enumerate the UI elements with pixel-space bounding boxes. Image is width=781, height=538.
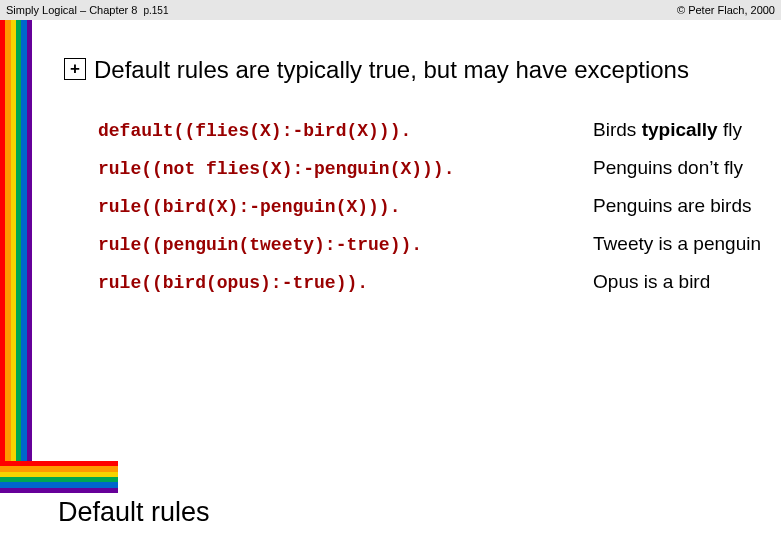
stripe-purple <box>27 20 32 461</box>
rule-code: rule((bird(opus):-true)). <box>98 273 563 293</box>
header-right: © Peter Flach, 2000 <box>677 4 775 16</box>
bullet-icon: + <box>64 58 86 80</box>
rule-desc: Opus is a bird <box>593 271 761 293</box>
rules-grid: default((flies(X):-bird(X))). Birds typi… <box>98 119 761 293</box>
desc-pre: Tweety is a penguin <box>593 233 761 254</box>
header-bar: Simply Logical – Chapter 8 p.151 © Peter… <box>0 0 781 20</box>
rule-desc: Tweety is a penguin <box>593 233 761 255</box>
rule-code: rule((not flies(X):-penguin(X))). <box>98 159 563 179</box>
rule-desc: Birds typically fly <box>593 119 761 141</box>
header-page: p.151 <box>143 5 168 16</box>
rule-desc: Penguins don’t fly <box>593 157 761 179</box>
desc-pre: Birds <box>593 119 642 140</box>
rule-desc: Penguins are birds <box>593 195 761 217</box>
rule-code: default((flies(X):-bird(X))). <box>98 121 563 141</box>
slide-title: Default rules <box>58 497 210 528</box>
desc-bold: typically <box>642 119 718 140</box>
desc-pre: Penguins don’t fly <box>593 157 743 178</box>
hstripe-purple <box>0 488 118 493</box>
bullet-heading-row: + Default rules are typically true, but … <box>64 55 761 85</box>
desc-pre: Opus is a bird <box>593 271 710 292</box>
rule-code: rule((bird(X):-penguin(X))). <box>98 197 563 217</box>
desc-pre: Penguins are birds <box>593 195 751 216</box>
content-area: + Default rules are typically true, but … <box>64 55 761 293</box>
heading-text: Default rules are typically true, but ma… <box>94 55 689 85</box>
rainbow-stripes-vertical <box>0 20 32 461</box>
rule-code: rule((penguin(tweety):-true)). <box>98 235 563 255</box>
header-left: Simply Logical – Chapter 8 <box>6 4 137 16</box>
desc-post: fly <box>718 119 742 140</box>
rainbow-stripes-horizontal <box>0 461 118 493</box>
